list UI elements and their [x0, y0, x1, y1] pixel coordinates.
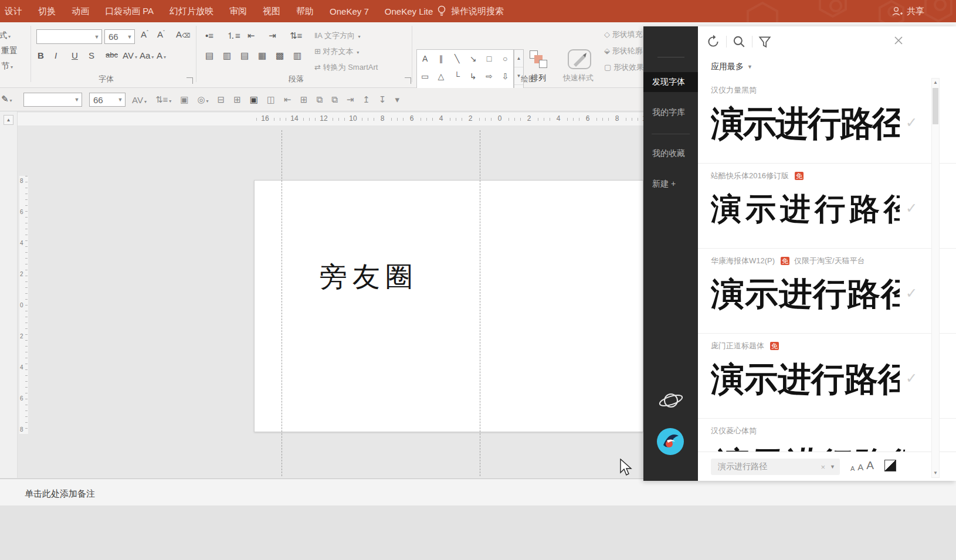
- merge-shapes-icon[interactable]: ◎▾: [197, 94, 208, 105]
- sidebar-item[interactable]: 新建 +: [643, 174, 698, 194]
- tell-me-search[interactable]: 操作说明搜索: [437, 0, 504, 22]
- alignment-icon[interactable]: ▤: [240, 50, 249, 61]
- clear-formatting-button[interactable]: A⌫: [176, 29, 190, 39]
- align-bottom-arrow-icon[interactable]: ↧: [379, 94, 387, 105]
- alignment-icon[interactable]: ▥: [223, 50, 231, 61]
- menu-tab[interactable]: 幻灯片放映: [169, 6, 213, 17]
- paragraph-tool-icon[interactable]: ⇅≡: [290, 30, 302, 41]
- font-preview[interactable]: 演示进行路径: [711, 100, 900, 148]
- planet-icon[interactable]: [657, 389, 684, 412]
- chevron-down-icon[interactable]: ▼: [72, 97, 82, 103]
- shape-icon[interactable]: □: [481, 50, 497, 67]
- shape-icon[interactable]: ▭: [417, 67, 433, 85]
- font-preview[interactable]: 演示进行路径: [711, 273, 900, 317]
- alignment-icon[interactable]: ▥: [293, 50, 301, 61]
- scrollbar-thumb[interactable]: [933, 88, 938, 124]
- textbox-icon[interactable]: ▣: [180, 94, 188, 105]
- chevron-down-icon[interactable]: ▼: [125, 34, 134, 40]
- size-large[interactable]: A: [866, 459, 874, 472]
- menu-tab[interactable]: OneKey Lite: [385, 6, 433, 16]
- size-medium[interactable]: A: [857, 462, 863, 472]
- bring-front-icon[interactable]: ⧉: [331, 94, 338, 105]
- chevron-down-icon[interactable]: ▼: [116, 97, 125, 103]
- shape-icon[interactable]: └: [449, 67, 465, 85]
- shadow-button[interactable]: S: [89, 50, 94, 60]
- strikethrough-button[interactable]: abc: [106, 50, 118, 59]
- scroll-up-button[interactable]: ▲: [4, 115, 13, 125]
- share-button[interactable]: 共享: [891, 0, 924, 22]
- placeholder-guide-left[interactable]: [282, 130, 282, 476]
- shape-icon[interactable]: △: [433, 67, 449, 85]
- chevron-down-icon[interactable]: ▼: [830, 464, 835, 470]
- filter-icon[interactable]: [758, 35, 772, 49]
- paragraph-tool-icon[interactable]: ⒈≡: [226, 30, 240, 42]
- menu-tab[interactable]: 切换: [38, 6, 56, 17]
- line-spacing-icon[interactable]: ⇅≡▾: [155, 94, 171, 105]
- text-direction-button[interactable]: ‖A 文字方向 ▾: [314, 30, 361, 41]
- clear-icon[interactable]: ×: [821, 463, 825, 471]
- shrink-font-button[interactable]: Aˇ: [157, 29, 165, 39]
- fit-screen-icon[interactable]: ▣: [250, 94, 258, 105]
- char-spacing-button[interactable]: AV▾: [123, 50, 137, 60]
- font-list-item[interactable]: 华康海报体W12(P) 免 仅限于淘宝/天猫平台 演示进行路径 ✓: [698, 248, 956, 333]
- font-name-combo[interactable]: ▼: [36, 29, 102, 44]
- font-preview[interactable]: 演示进行路径: [711, 357, 900, 403]
- search-icon[interactable]: [732, 35, 746, 49]
- paragraph-tool-icon[interactable]: •≡: [205, 30, 213, 40]
- slide-title-text[interactable]: 旁友圈: [320, 259, 418, 296]
- scroll-up-icon[interactable]: ▲: [932, 79, 939, 87]
- quick-styles-button[interactable]: 快速样式: [563, 73, 594, 83]
- sample-text-input[interactable]: 演示进行路径 × ▼: [711, 459, 840, 475]
- shape-icon[interactable]: ⇨: [481, 67, 497, 85]
- font-preview[interactable]: 演示进行路径: [711, 187, 900, 233]
- align-right-edges-icon[interactable]: ⇥: [347, 94, 354, 105]
- refresh-icon[interactable]: [706, 35, 720, 49]
- scroll-down-icon[interactable]: ▼: [932, 469, 939, 477]
- font-list-item[interactable]: 汉仪力量黑简 演示进行路径 ✓: [698, 78, 956, 163]
- more-dropdown[interactable]: ▾: [395, 94, 399, 105]
- layout-button[interactable]: 版式▾: [0, 30, 19, 41]
- bold-button[interactable]: B: [38, 50, 44, 60]
- shape-icon[interactable]: ○: [497, 50, 513, 67]
- menu-tab[interactable]: 帮助: [296, 6, 314, 17]
- menu-tab[interactable]: 口袋动画 PA: [105, 6, 154, 17]
- hellofont-logo[interactable]: [655, 426, 686, 457]
- sort-dropdown[interactable]: 应用最多 ▼: [711, 62, 752, 72]
- menu-tab[interactable]: 视图: [263, 6, 280, 17]
- align-text-button[interactable]: ⊞ 对齐文本 ▾: [314, 46, 359, 57]
- format-painter-icon[interactable]: ✎▾: [1, 94, 12, 104]
- notes-placeholder[interactable]: 单击此处添加备注: [25, 488, 95, 500]
- chevron-down-icon[interactable]: ▼: [92, 34, 101, 40]
- paragraph-tool-icon[interactable]: ⇥: [269, 30, 276, 41]
- panel-scrollbar[interactable]: ▲ ▼: [931, 78, 940, 478]
- font-list-item[interactable]: 站酷快乐体2016修订版 免 演示进行路径 ✓: [698, 163, 956, 248]
- menu-tab[interactable]: OneKey 7: [330, 6, 369, 16]
- font-list-item[interactable]: 庞门正道标题体 免 演示进行路径 ✓: [698, 333, 956, 418]
- paragraph-dialog-launcher-icon[interactable]: [405, 77, 411, 84]
- menu-tab[interactable]: 审阅: [229, 6, 247, 17]
- font-size-combo[interactable]: 66▼: [104, 29, 135, 44]
- menu-tab[interactable]: 动画: [72, 6, 89, 17]
- scroll-up-icon[interactable]: ▲: [514, 50, 523, 67]
- close-icon[interactable]: [893, 35, 904, 46]
- notes-pane[interactable]: 单击此处添加备注: [0, 478, 956, 505]
- toolbar-font-combo[interactable]: ▼: [23, 93, 82, 107]
- shape-icon[interactable]: ↘: [465, 50, 481, 67]
- shape-icon[interactable]: ╲: [449, 50, 465, 67]
- grow-font-button[interactable]: Aˆ: [141, 29, 148, 39]
- sidebar-item[interactable]: 发现字体: [643, 72, 698, 92]
- menu-tab[interactable]: 设计: [5, 6, 22, 17]
- shape-icon[interactable]: ↳: [465, 67, 481, 85]
- shape-icon[interactable]: ∥: [433, 50, 449, 67]
- placeholder-guide-right[interactable]: [480, 130, 480, 476]
- toolbar-size-combo[interactable]: 66▼: [89, 93, 126, 107]
- shape-icon[interactable]: A: [417, 50, 433, 67]
- align-bottom-icon[interactable]: ⊟: [218, 94, 225, 105]
- char-spacing-icon[interactable]: AV▾: [132, 95, 147, 105]
- alignment-icon[interactable]: ▦: [258, 50, 266, 61]
- align-left-edges-icon[interactable]: ⇤: [284, 94, 291, 105]
- sidebar-item[interactable]: 我的收藏: [643, 144, 698, 164]
- shape-icon[interactable]: ⇩: [497, 67, 513, 85]
- shape-outline-button[interactable]: ⬙ 形状轮廓: [604, 46, 643, 56]
- alignment-icon[interactable]: ▩: [276, 50, 284, 61]
